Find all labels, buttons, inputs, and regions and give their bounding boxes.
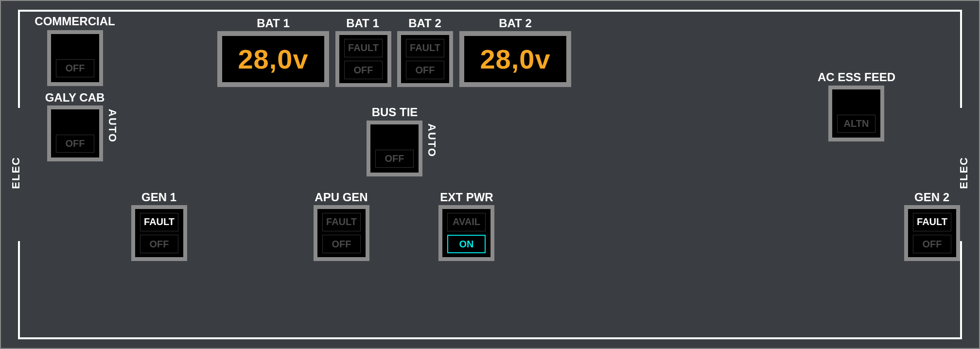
bus-tie-auto-label: AUTO [425,123,438,157]
bat1-voltage-value: 28,0v [238,43,308,75]
gen2-button[interactable]: FAULT OFF [904,205,960,261]
commercial-label: COMMERCIAL [35,15,115,28]
bat2-button[interactable]: FAULT OFF [397,31,453,87]
bat2-button-label: BAT 2 [408,17,441,30]
galy-cab-off-indicator: OFF [56,135,94,153]
galy-cab-label: GALY CAB [45,91,105,105]
ext-pwr-button[interactable]: AVAIL ON [438,205,494,261]
panel-line-top [18,10,962,12]
bat2-voltage-value: 28,0v [480,43,550,75]
bat1-fault-indicator: FAULT [344,39,383,57]
bat2-voltage-display: 28,0v [459,31,571,87]
bat1-off-indicator: OFF [344,61,383,79]
bus-tie-button[interactable]: OFF [367,121,422,176]
gen2-fault-indicator: FAULT [913,213,951,231]
panel-line-bottom [18,337,962,339]
panel-line-left-bottom [18,241,20,338]
bat1-display-label: BAT 1 [257,17,290,30]
bus-tie-off-indicator: OFF [375,150,414,168]
ext-pwr-label: EXT PWR [440,191,493,204]
commercial-off-indicator: OFF [56,59,94,78]
ac-ess-altn-indicator: ALTN [837,115,875,133]
panel-line-left-top [18,11,20,108]
bat2-fault-indicator: FAULT [406,39,444,57]
gen2-off-indicator: OFF [913,235,951,253]
galy-cab-auto-label: AUTO [106,109,119,143]
apu-gen-button[interactable]: FAULT OFF [314,205,369,261]
ext-pwr-avail-indicator: AVAIL [447,213,486,231]
gen1-button[interactable]: FAULT OFF [131,205,187,261]
galy-cab-button[interactable]: OFF [47,105,103,161]
bat1-button-label: BAT 1 [346,17,379,30]
gen2-label: GEN 2 [914,191,949,204]
apu-gen-fault-indicator: FAULT [322,213,361,231]
apu-gen-label: APU GEN [315,191,368,204]
bat2-display-label: BAT 2 [499,17,532,30]
elec-label-left: ELEC [10,157,22,189]
apu-gen-off-indicator: OFF [322,235,361,253]
elec-label-right: ELEC [958,157,970,189]
bat2-off-indicator: OFF [406,61,444,79]
commercial-button[interactable]: OFF [47,30,103,86]
elec-panel: ELEC ELEC COMMERCIAL OFF GALY CAB OFF AU… [0,0,980,349]
ac-ess-feed-button[interactable]: ALTN [828,86,884,141]
panel-line-right-top [960,11,962,108]
bus-tie-label: BUS TIE [372,105,418,119]
gen1-off-indicator: OFF [140,235,178,253]
gen1-label: GEN 1 [141,191,176,204]
bat1-voltage-display: 28,0v [217,31,329,87]
ext-pwr-on-indicator: ON [447,235,486,253]
ac-ess-feed-label: AC ESS FEED [818,70,895,84]
panel-line-right-bottom [960,241,962,338]
bat1-button[interactable]: FAULT OFF [335,31,391,87]
gen1-fault-indicator: FAULT [140,213,178,231]
